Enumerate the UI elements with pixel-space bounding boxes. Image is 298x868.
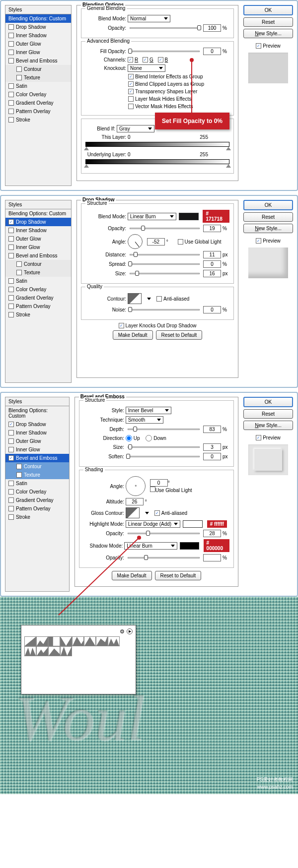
contour-preset[interactable] bbox=[24, 646, 36, 656]
reset-default-button[interactable]: Reset to Default bbox=[156, 330, 203, 340]
soften-slider[interactable] bbox=[128, 456, 200, 457]
style-inner-shadow[interactable]: Inner Shadow bbox=[5, 31, 71, 40]
ok-button[interactable]: OK bbox=[243, 397, 293, 407]
make-default-button[interactable]: Make Default bbox=[113, 330, 153, 340]
fill-opacity-slider[interactable] bbox=[130, 51, 200, 52]
contour-popup[interactable]: ⚙▶ bbox=[21, 625, 136, 694]
checkbox[interactable] bbox=[8, 50, 14, 55]
contour-preset[interactable] bbox=[48, 646, 60, 656]
style-satin[interactable]: Satin bbox=[5, 277, 71, 285]
style-gradient-overlay[interactable]: Gradient Overlay bbox=[5, 294, 71, 302]
checkbox[interactable] bbox=[16, 75, 22, 80]
contour-preset[interactable] bbox=[36, 636, 48, 646]
style-satin[interactable]: Satin bbox=[5, 82, 71, 90]
cb-clipped[interactable] bbox=[128, 81, 134, 87]
style-color-overlay[interactable]: Color Overlay bbox=[5, 285, 71, 294]
noise-slider[interactable] bbox=[130, 309, 200, 310]
style-outer-glow[interactable]: Outer Glow bbox=[5, 235, 71, 243]
reset-button[interactable]: Reset bbox=[243, 212, 293, 222]
style-drop-shadow[interactable]: Drop Shadow bbox=[5, 218, 71, 226]
checkbox[interactable] bbox=[8, 117, 14, 123]
underlying-gradient[interactable] bbox=[85, 159, 229, 164]
checkbox[interactable] bbox=[8, 58, 14, 63]
style-stroke[interactable]: Stroke bbox=[5, 310, 71, 319]
global-light-cb[interactable] bbox=[150, 487, 155, 492]
cb-interior[interactable] bbox=[128, 74, 134, 79]
contour-preset[interactable] bbox=[36, 646, 48, 656]
be-style-select[interactable]: Inner Bevel bbox=[126, 407, 171, 414]
style-contour[interactable]: Contour bbox=[5, 260, 71, 268]
gloss-contour-picker[interactable] bbox=[126, 507, 140, 518]
channel-r[interactable] bbox=[128, 57, 133, 62]
gear-icon[interactable]: ⚙ bbox=[120, 628, 125, 635]
style-texture[interactable]: Texture bbox=[5, 268, 71, 277]
be-technique-select[interactable]: Smooth bbox=[126, 416, 163, 424]
style-outer-glow[interactable]: Outer Glow bbox=[5, 40, 71, 48]
contour-preset[interactable] bbox=[72, 636, 84, 646]
cb-transparency[interactable] bbox=[128, 89, 134, 94]
hl-opacity-slider[interactable] bbox=[128, 533, 200, 534]
contour-preset[interactable] bbox=[48, 636, 60, 646]
fill-opacity-input[interactable] bbox=[203, 48, 221, 55]
checkbox[interactable] bbox=[8, 83, 14, 89]
knocks-cb[interactable] bbox=[119, 323, 124, 328]
style-texture[interactable]: Texture bbox=[5, 73, 71, 82]
channel-b[interactable] bbox=[158, 57, 163, 62]
contour-preset[interactable] bbox=[96, 636, 108, 646]
checkbox[interactable] bbox=[8, 92, 14, 97]
checkbox[interactable] bbox=[8, 100, 14, 106]
shading-dial[interactable] bbox=[126, 476, 146, 496]
ds-color-swatch[interactable] bbox=[179, 213, 199, 220]
angle-dial[interactable] bbox=[128, 234, 143, 249]
channel-g[interactable] bbox=[143, 57, 148, 62]
cb-vectormask[interactable] bbox=[128, 104, 134, 109]
sh-opacity-slider[interactable] bbox=[128, 557, 200, 558]
blending-options-item[interactable]: Blending Options: Custom bbox=[5, 14, 71, 23]
direction-down[interactable] bbox=[146, 435, 152, 441]
size-slider[interactable] bbox=[130, 273, 200, 274]
contour-preset[interactable] bbox=[84, 636, 96, 646]
blendif-select[interactable]: Gray bbox=[117, 125, 154, 132]
highlight-mode-select[interactable]: Linear Dodge (Add) bbox=[126, 520, 180, 528]
style-contour[interactable]: Contour bbox=[5, 65, 71, 73]
direction-up[interactable] bbox=[126, 435, 132, 441]
checkbox[interactable] bbox=[8, 109, 14, 114]
antialiased-cb[interactable] bbox=[156, 296, 162, 302]
style-stroke[interactable]: Stroke bbox=[5, 116, 71, 124]
be-size-slider[interactable] bbox=[128, 446, 200, 448]
contour-preset[interactable] bbox=[60, 646, 72, 656]
style-inner-glow[interactable]: Inner Glow bbox=[5, 243, 71, 251]
checkbox[interactable] bbox=[8, 41, 14, 47]
distance-slider[interactable] bbox=[130, 254, 200, 255]
knockout-select[interactable]: None bbox=[128, 64, 165, 72]
depth-slider[interactable] bbox=[128, 429, 200, 430]
new-style-button[interactable]: New Style... bbox=[243, 421, 293, 430]
ds-blendmode-select[interactable]: Linear Burn bbox=[128, 213, 176, 220]
reset-button[interactable]: Reset bbox=[243, 409, 293, 419]
reset-default-button[interactable]: Reset to Default bbox=[155, 571, 202, 580]
opacity-input[interactable] bbox=[203, 24, 221, 32]
new-style-button[interactable]: New Style... bbox=[243, 224, 293, 233]
ds-opacity-slider[interactable] bbox=[130, 228, 200, 229]
make-default-button[interactable]: Make Default bbox=[112, 571, 152, 580]
blend-mode-select[interactable]: Normal bbox=[128, 15, 170, 22]
style-bevel-emboss[interactable]: Bevel and Emboss bbox=[5, 454, 69, 462]
style-pattern-overlay[interactable]: Pattern Overlay bbox=[5, 302, 71, 310]
new-style-button[interactable]: New Style... bbox=[243, 29, 293, 38]
style-bevel-emboss[interactable]: Bevel and Emboss bbox=[5, 57, 71, 65]
contour-preset[interactable] bbox=[24, 636, 36, 646]
style-inner-shadow[interactable]: Inner Shadow bbox=[5, 226, 71, 235]
shadow-mode-select[interactable]: Linear Burn bbox=[124, 542, 177, 550]
preview-checkbox[interactable] bbox=[256, 43, 261, 49]
style-pattern-overlay[interactable]: Pattern Overlay bbox=[5, 107, 71, 116]
style-color-overlay[interactable]: Color Overlay bbox=[5, 90, 71, 99]
spread-slider[interactable] bbox=[130, 263, 200, 265]
hl-color[interactable] bbox=[183, 520, 203, 528]
blending-options-item[interactable]: Blending Options: Custom bbox=[5, 209, 71, 218]
ok-button[interactable]: OK bbox=[243, 5, 293, 15]
opacity-slider[interactable] bbox=[130, 27, 200, 29]
contour-preset[interactable] bbox=[108, 636, 120, 646]
ok-button[interactable]: OK bbox=[243, 200, 293, 210]
aa-cb[interactable] bbox=[154, 510, 160, 516]
style-bevel-emboss[interactable]: Bevel and Emboss bbox=[5, 251, 71, 260]
